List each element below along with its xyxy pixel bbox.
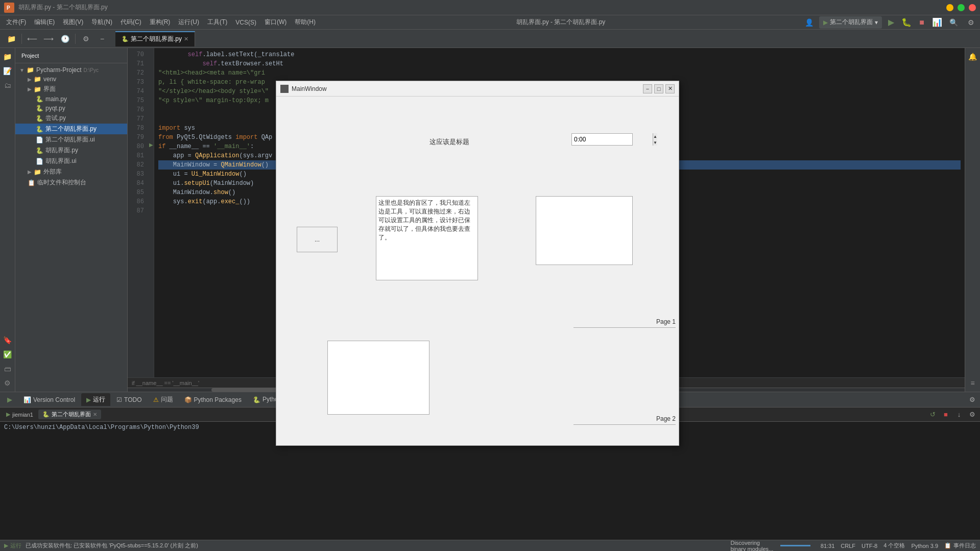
tree-scratch[interactable]: 📋 临时文件和控制台	[15, 177, 127, 188]
title-bar: P 胡乱界面.py - 第二个胡乱界面.py	[0, 0, 980, 15]
recent-files-button[interactable]: 🕐	[58, 32, 72, 46]
spinbox-input[interactable]	[572, 136, 653, 143]
settings-button[interactable]: ⚙	[964, 15, 978, 30]
status-cursor-position[interactable]: 81:31	[821, 543, 835, 549]
menu-code[interactable]: 代码(C)	[116, 16, 146, 29]
tree-interface-folder[interactable]: ▶ 📁 界面	[15, 84, 127, 94]
gutter-71	[148, 57, 154, 66]
tree-venv[interactable]: ▶ 📁 venv	[15, 75, 127, 84]
tab-close-icon[interactable]: ✕	[184, 36, 188, 42]
gutter-85	[148, 186, 154, 195]
status-python-version[interactable]: Python 3.9	[911, 543, 938, 549]
tree-arrow-root: ▼	[19, 67, 25, 73]
floating-maximize-button[interactable]: □	[654, 84, 663, 93]
sidebar-structure-icon[interactable]: 🗂	[1, 79, 14, 92]
qmain-listbox[interactable]	[536, 196, 633, 265]
menu-vcs[interactable]: VCS(S)	[231, 17, 260, 28]
floating-minimize-button[interactable]: −	[643, 84, 652, 93]
bottom-tab-python-packages[interactable]: 📦 Python Packages	[179, 394, 247, 405]
menu-tools[interactable]: 工具(T)	[203, 16, 231, 29]
qmain-spinbox[interactable]: ▲ ▼	[571, 133, 633, 146]
editor-tab-active[interactable]: 🐍 第二个胡乱界面.py ✕	[115, 31, 195, 46]
project-view-button[interactable]: 📁	[4, 32, 18, 46]
menu-help[interactable]: 帮助(H)	[291, 16, 320, 29]
status-encoding[interactable]: UTF-8	[862, 543, 877, 549]
run-restart-button[interactable]: ↺	[927, 409, 938, 420]
gutter-86	[148, 195, 154, 204]
tree-second-chaos-py[interactable]: 🐍 第二个胡乱界面.py	[15, 124, 127, 134]
tree-pyqt-py[interactable]: 🐍 pyqt.py	[15, 104, 127, 113]
project-tab[interactable]: Project	[17, 51, 43, 61]
status-run-item[interactable]: ▶ 运行	[4, 542, 21, 549]
menu-refactor[interactable]: 重构(R)	[146, 16, 175, 29]
folder-icon-interface: 📁	[34, 86, 41, 93]
ui-icon-chaos: 📄	[36, 158, 43, 165]
menu-run[interactable]: 运行(U)	[174, 16, 203, 29]
settings-toolbar-button[interactable]: ⚙	[79, 32, 93, 46]
qmain-textbox[interactable]: 这里也是我的盲区了，我只知道左边是工具，可以直接拖过来，右边可以设置工具的属性，…	[376, 196, 478, 280]
tree-chaos-ui[interactable]: 📄 胡乱界面.ui	[15, 156, 127, 166]
forward-button[interactable]: ⟶	[41, 32, 56, 46]
bottom-settings-button[interactable]: ⚙	[967, 394, 978, 405]
tree-root[interactable]: ▼ 📁 Pycharm-Project D:\Pyc	[15, 65, 127, 75]
user-icon[interactable]: 👤	[802, 15, 816, 30]
bottom-tab-run[interactable]: ▶ 运行	[81, 393, 110, 406]
menu-edit[interactable]: 编辑(E)	[30, 16, 59, 29]
sidebar-db-icon[interactable]: 🗃	[1, 362, 14, 375]
status-line-ending[interactable]: CRLF	[841, 543, 855, 549]
bottom-tab-issues[interactable]: ⚠ 问题	[148, 393, 178, 406]
status-event-log[interactable]: 📋 事件日志	[944, 542, 976, 549]
run-tab-second-chaos[interactable]: 🐍 第二个胡乱界面 ✕	[38, 410, 101, 419]
collapse-button[interactable]: −	[95, 32, 109, 46]
stop-button[interactable]: ■	[916, 16, 928, 29]
qmain-scroll-area[interactable]	[327, 341, 429, 415]
menu-nav[interactable]: 导航(N)	[87, 16, 116, 29]
right-sidebar-structure-icon[interactable]: ≡	[966, 376, 979, 390]
menu-center-title: 胡乱界面.py - 第二个胡乱界面.py	[320, 18, 802, 27]
close-button[interactable]	[969, 4, 976, 11]
sidebar-todo-sidebar-icon[interactable]: ✅	[1, 348, 14, 361]
menu-window[interactable]: 窗口(W)	[260, 16, 291, 29]
debug-button[interactable]: 🐛	[900, 16, 913, 29]
status-install-message: 已成功安装软件包: 已安装软件包 'PyQt5-stubs==5.15.2.0'…	[26, 542, 198, 549]
run-stop-button[interactable]: ■	[940, 409, 951, 420]
code-line-72: "<html><head><meta name=\"gri	[158, 68, 961, 78]
bottom-tab-todo[interactable]: ☑ TODO	[111, 394, 147, 405]
tree-try-py[interactable]: 🐍 尝试.py	[15, 113, 127, 124]
run-tab-close-icon[interactable]: ✕	[93, 412, 97, 417]
bottom-run-icon[interactable]: ▶	[4, 394, 15, 405]
py-icon-chaos: 🐍	[36, 147, 43, 154]
bottom-tab-version-control[interactable]: 📊 Version Control	[18, 394, 80, 405]
tree-main-py[interactable]: 🐍 main.py	[15, 94, 127, 104]
search-everywhere-button[interactable]: 🔍	[946, 15, 961, 30]
floating-close-button[interactable]: ✕	[665, 84, 675, 93]
qmain-button[interactable]: ...	[297, 227, 338, 252]
sidebar-gradle-icon[interactable]: ⚙	[1, 376, 14, 390]
run-config-selector[interactable]: ▶ 第二个胡乱界面 ▾	[819, 16, 882, 29]
minimize-button[interactable]	[946, 4, 953, 11]
maximize-button[interactable]	[958, 4, 965, 11]
sidebar-commit-icon[interactable]: 📝	[1, 64, 14, 78]
app-logo: P	[4, 3, 14, 13]
sidebar-project-icon[interactable]: 📁	[1, 50, 14, 63]
spinbox-down-button[interactable]: ▼	[653, 139, 657, 146]
sidebar-bookmark-icon[interactable]: 🔖	[1, 333, 14, 347]
tree-second-chaos-ui[interactable]: 📄 第二个胡乱界面.ui	[15, 134, 127, 145]
right-sidebar-notifications-icon[interactable]: 🔔	[966, 50, 979, 63]
menu-file[interactable]: 文件(F)	[2, 16, 30, 29]
run-tab-jiemian1[interactable]: ▶ jiemian1	[2, 410, 37, 419]
tree-external-libs[interactable]: ▶ 📁 外部库	[15, 166, 127, 177]
run-scroll-button[interactable]: ↓	[953, 409, 965, 420]
tree-chaos-py[interactable]: 🐍 胡乱界面.py	[15, 145, 127, 156]
run-button[interactable]: ▶	[885, 16, 897, 29]
back-button[interactable]: ⟵	[25, 32, 39, 46]
status-indent[interactable]: 4 个空格	[883, 542, 905, 549]
scratch-icon: 📋	[28, 179, 35, 186]
code-line-71: self.textBrowser.setHt	[158, 59, 961, 68]
gutter-73	[148, 76, 154, 85]
menu-view[interactable]: 视图(V)	[59, 16, 87, 29]
run-filter-button[interactable]: ⚙	[967, 409, 978, 420]
svg-rect-2	[281, 86, 288, 92]
spinbox-up-button[interactable]: ▲	[653, 133, 657, 139]
profile-button[interactable]: 📊	[931, 16, 943, 29]
